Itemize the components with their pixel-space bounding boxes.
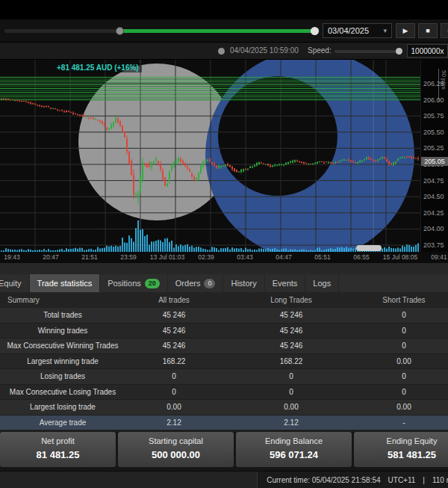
chart-scrollbar-thumb[interactable] — [356, 245, 382, 251]
timeline-progress-fill — [119, 29, 315, 33]
table-row[interactable]: Total trades45 24645 2460 — [0, 308, 448, 324]
stat-value-all: 2.12 — [125, 418, 223, 427]
tab-label: Trade statistics — [37, 279, 93, 288]
stat-label: Losing trades — [0, 372, 125, 380]
stat-value-short: 0 — [360, 342, 448, 350]
price-axis-label: 205.50 — [423, 129, 444, 136]
table-row[interactable]: Losing trades000 — [0, 369, 448, 385]
stat-value-short: 0 — [360, 388, 448, 396]
price-axis-label: 205.25 — [423, 144, 444, 152]
stat-value-all: 0 — [125, 372, 223, 380]
tab-bar: EquityTrade statisticsPositions20Orders0… — [0, 274, 448, 292]
time-axis-label: 13 Jul 01:03 — [150, 253, 184, 261]
table-row[interactable]: Largest losing trade0.000.000.00 — [0, 400, 448, 416]
status-bar: Current time: 05/04/2025 21:58:54 UTC+11… — [0, 471, 448, 488]
stat-value-all: 45 246 — [125, 327, 223, 335]
net-profit-card: Net profit 81 481.25 — [0, 432, 116, 467]
time-axis-label: 03:43 — [237, 253, 252, 261]
header-long-trades: Long Trades — [223, 296, 360, 304]
price-axis-label: 206.25 — [423, 80, 444, 87]
price-axis-label: 204.00 — [423, 225, 444, 232]
tab-logs[interactable]: Logs — [305, 274, 339, 292]
stat-label: Max Consecutive Winning Trades — [0, 342, 125, 350]
time-axis-label: 09:41 — [431, 253, 447, 261]
tab-events[interactable]: Events — [265, 274, 306, 292]
stat-value-all: 168.22 — [125, 357, 223, 365]
table-row[interactable]: Average trade2.122.12- — [0, 416, 448, 431]
menu-button[interactable]: ≡ — [441, 23, 448, 38]
tab-label: History — [231, 279, 256, 288]
time-axis-label: 02:39 — [198, 253, 214, 261]
card-label: Ending Balance — [236, 436, 352, 445]
panel-spacer — [0, 263, 448, 274]
price-axis-label: 203.75 — [423, 241, 444, 249]
timezone: UTC+11 — [388, 476, 416, 484]
playback-bar: 03/04/2025 ▾ ▶ ■ ≡ — [0, 19, 448, 43]
time-axis-label: 20:47 — [43, 253, 58, 261]
chevron-down-icon: ▾ — [383, 27, 387, 34]
speed-bar: 04/04/2025 10:59:00 Speed: 1000000x — [0, 43, 448, 60]
stat-value-short: 0 — [360, 327, 448, 335]
stat-value-all: 45 246 — [125, 342, 223, 350]
card-label: Net profit — [0, 436, 116, 445]
tab-orders[interactable]: Orders0 — [168, 274, 224, 292]
stat-label: Largest winning trade — [0, 357, 125, 365]
price-axis-label: 204.50 — [423, 193, 444, 200]
card-value: 81 481.25 — [0, 449, 116, 460]
header-short-trades: Short Trades — [360, 296, 448, 304]
table-row[interactable]: Max Consecutive Winning Trades45 24645 2… — [0, 339, 448, 354]
timeline-start-handle[interactable] — [116, 27, 124, 35]
stat-label: Total trades — [0, 311, 125, 319]
tab-equity[interactable]: Equity — [0, 274, 30, 292]
header-summary: Summary — [0, 296, 125, 304]
tab-label: Orders — [175, 279, 201, 288]
stat-value-all: 45 246 — [125, 311, 223, 319]
tab-history[interactable]: History — [223, 274, 264, 292]
summary-cards: Net profit 81 481.25 Starting capital 50… — [0, 432, 448, 467]
card-value: 500 000.00 — [118, 449, 234, 460]
stat-value-short: 0 — [360, 372, 448, 380]
stat-label: Max Consecutive Losing Trades — [0, 388, 125, 396]
tab-trade-statistics[interactable]: Trade statistics — [30, 274, 101, 292]
tab-positions[interactable]: Positions20 — [100, 274, 168, 292]
stat-value-all: 0.00 — [125, 403, 223, 411]
card-value: 596 071.24 — [236, 449, 352, 460]
tab-label: Events — [273, 279, 298, 288]
time-axis-label: 21:51 — [81, 253, 97, 261]
time-marker-dot[interactable] — [218, 48, 225, 55]
stats-table-body: Total trades45 24645 2460Winning trades4… — [0, 308, 448, 430]
stat-value-long: 0 — [223, 372, 360, 380]
current-bar-timestamp: 04/04/2025 10:59:00 — [230, 46, 299, 55]
card-label: Starting capital — [118, 436, 234, 445]
price-axis-label: 205.75 — [423, 112, 444, 120]
current-time: Current time: 05/04/2025 21:58:54 — [267, 476, 380, 484]
stat-value-long: 45 246 — [223, 342, 360, 350]
stat-value-long: 0 — [223, 388, 360, 396]
stop-icon: ■ — [426, 27, 429, 34]
speed-slider-track[interactable] — [335, 50, 397, 53]
chart-canvas[interactable] — [0, 60, 420, 252]
play-button[interactable]: ▶ — [396, 23, 415, 38]
table-row[interactable]: Largest winning trade168.22168.220.00 — [0, 354, 448, 370]
time-axis-label: 19:43 — [4, 253, 19, 261]
timeline-position-handle[interactable] — [311, 27, 319, 35]
stat-label: Largest losing trade — [0, 403, 125, 411]
stat-label: Average trade — [0, 418, 125, 427]
stat-label: Winning trades — [0, 327, 125, 335]
speed-slider-handle[interactable] — [396, 48, 402, 55]
price-axis-label: 206.00 — [423, 96, 444, 104]
table-row[interactable]: Max Consecutive Losing Trades000 — [0, 385, 448, 401]
date-select[interactable]: 03/04/2025 ▾ — [323, 23, 392, 38]
timeline-slider-track[interactable] — [4, 29, 320, 33]
price-chart[interactable]: +81 481.25 AUD (+16%) 50 pips 205.05 206… — [0, 60, 448, 252]
stat-value-long: 0.00 — [223, 403, 360, 411]
time-axis-label: 04:47 — [276, 253, 291, 261]
stop-button[interactable]: ■ — [418, 23, 438, 38]
tab-badge: 20 — [145, 279, 160, 288]
table-row[interactable]: Winning trades45 24645 2460 — [0, 324, 448, 339]
price-axis: 50 pips 205.05 206.25206.00205.75205.502… — [420, 60, 448, 252]
card-label: Ending Equity — [354, 436, 448, 445]
latency: 110 m — [432, 476, 448, 484]
profit-tooltip: +81 481.25 AUD (+16%) — [54, 63, 142, 72]
speed-label: Speed: — [308, 46, 332, 55]
